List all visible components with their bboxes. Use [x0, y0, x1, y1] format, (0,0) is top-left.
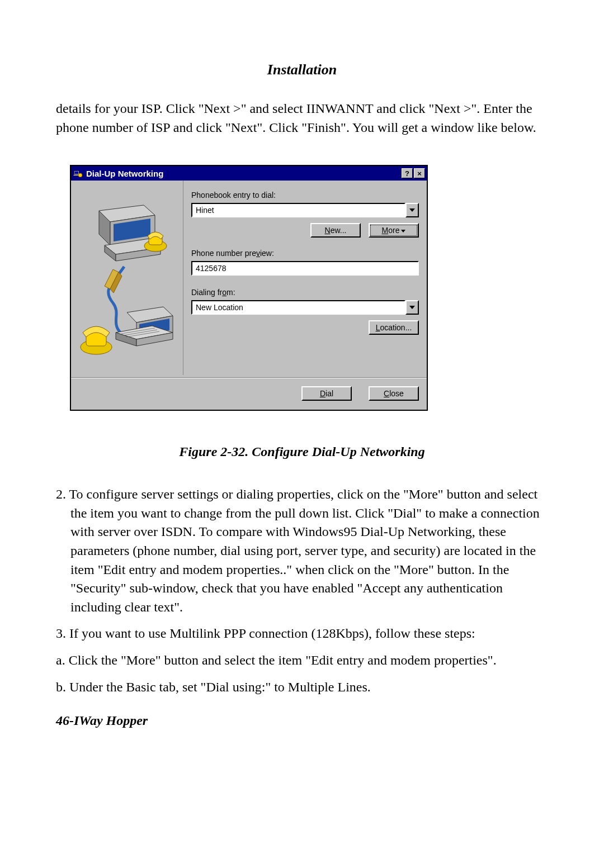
app-icon [73, 168, 83, 178]
dialog-screenshot: Dial-Up Networking ? × [70, 165, 428, 411]
help-button[interactable]: ? [402, 168, 413, 178]
phonebook-value[interactable]: Hinet [191, 203, 405, 217]
label-preview: Phone number preview: [191, 249, 419, 258]
titlebar: Dial-Up Networking ? × [71, 166, 427, 181]
dialog-controls: Phonebook entry to dial: Hinet New... Mo… [183, 181, 427, 375]
svg-point-3 [78, 173, 82, 177]
dialfrom-combo[interactable]: New Location [191, 300, 419, 315]
dial-button[interactable]: Dial [301, 386, 352, 401]
location-button[interactable]: Location... [369, 320, 419, 335]
label-phonebook: Phonebook entry to dial: [191, 191, 419, 200]
dial-up-networking-dialog: Dial-Up Networking ? × [70, 165, 428, 411]
close-button[interactable]: Close [369, 386, 419, 401]
intro-paragraph: details for your ISP. Click "Next >" and… [56, 99, 548, 137]
svg-rect-1 [74, 172, 78, 174]
page-heading: Installation [56, 61, 548, 78]
chevron-down-icon[interactable] [405, 203, 419, 217]
label-dialfrom: Dialing from: [191, 288, 419, 297]
page-footer: 46-IWay Hopper [56, 713, 548, 728]
list-item-b: b. Under the Basic tab, set "Dial using:… [56, 678, 548, 697]
dialfrom-value[interactable]: New Location [191, 300, 405, 315]
new-button[interactable]: New... [310, 223, 361, 238]
figure-caption: Figure 2-32. Configure Dial-Up Networkin… [56, 444, 548, 459]
dialog-illustration [71, 181, 183, 375]
more-button[interactable]: More [369, 223, 419, 238]
list-item-2: 2. To configure server settings or diali… [56, 485, 548, 616]
dialog-title: Dial-Up Networking [86, 169, 400, 178]
chevron-down-icon[interactable] [405, 300, 419, 315]
list-item-a: a. Click the "More" button and select th… [56, 651, 548, 670]
phonebook-combo[interactable]: Hinet [191, 203, 419, 217]
dialog-footer: Dial Close [71, 378, 427, 410]
phone-preview-input[interactable]: 4125678 [191, 261, 419, 276]
chevron-down-icon [401, 226, 405, 235]
list-item-3: 3. If you want to use Multilink PPP conn… [56, 624, 548, 643]
close-x-button[interactable]: × [414, 168, 425, 178]
